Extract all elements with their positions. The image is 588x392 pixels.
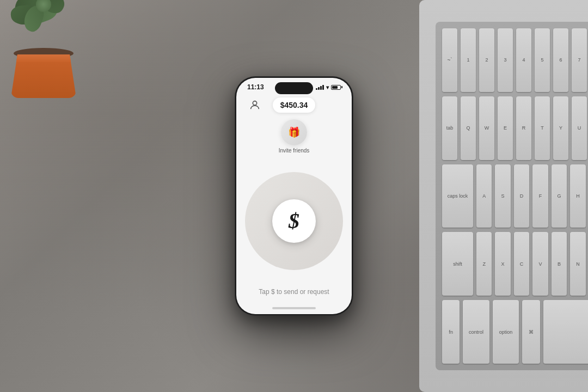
keyboard-row: tab Q W E R T Y U I O P [ ]: [442, 96, 588, 160]
key-shift: shift: [442, 232, 473, 296]
invite-label: Invite friends: [279, 148, 310, 154]
key: H: [570, 164, 585, 228]
keyboard-row: ~` 1 2 3 4 5 6 7 8 9 0 - =: [442, 28, 588, 92]
key: E: [498, 96, 513, 160]
home-indicator: [236, 304, 352, 314]
key: G: [552, 164, 567, 228]
key: X: [495, 232, 510, 296]
key: U: [572, 96, 587, 160]
key: C: [514, 232, 529, 296]
key-fn: fn: [442, 300, 460, 364]
key: Q: [461, 96, 476, 160]
key: 7: [572, 28, 587, 92]
key: 3: [498, 28, 513, 92]
key: 6: [553, 28, 568, 92]
key: 2: [479, 28, 494, 92]
dollar-sign-icon: $: [289, 208, 299, 234]
key: B: [552, 232, 567, 296]
balance-display: $450.34: [273, 97, 316, 113]
key: V: [532, 232, 548, 296]
laptop: ~` 1 2 3 4 5 6 7 8 9 0 - = tab Q W E R: [408, 0, 588, 392]
key: Y: [553, 96, 568, 160]
dollar-button[interactable]: $: [272, 199, 316, 243]
key: D: [514, 164, 529, 228]
signal-icon: [316, 84, 324, 90]
key: 5: [535, 28, 550, 92]
home-bar: [272, 307, 316, 309]
main-content: $: [236, 158, 352, 284]
status-icons: ▾: [316, 84, 341, 90]
battery-icon: [331, 85, 341, 90]
svg-point-0: [253, 101, 256, 105]
invite-icon: 🎁: [288, 126, 300, 138]
phone-notch: [275, 82, 313, 94]
key: T: [535, 96, 550, 160]
wifi-icon: ▾: [326, 84, 329, 90]
key-capslock: caps lock: [442, 164, 473, 228]
key: W: [479, 96, 494, 160]
key: ~`: [442, 28, 457, 92]
key-cmd: ⌘: [522, 300, 540, 364]
key: 4: [516, 28, 531, 92]
key-tab: tab: [442, 96, 457, 160]
key: S: [495, 164, 510, 228]
invite-avatar: 🎁: [281, 119, 307, 145]
large-circle: $: [245, 172, 343, 270]
key-space: [543, 300, 588, 364]
key: 1: [461, 28, 476, 92]
keyboard-row: shift Z X C V B N M , . / ↑: [442, 232, 588, 296]
tap-instruction: Tap $ to send or request: [236, 284, 352, 304]
keyboard: ~` 1 2 3 4 5 6 7 8 9 0 - = tab Q W E R: [436, 22, 588, 370]
invite-section: 🎁 Invite friends: [236, 115, 352, 158]
key: Z: [476, 232, 492, 296]
user-profile-icon[interactable]: [247, 97, 262, 113]
status-time: 11:13: [247, 83, 264, 91]
phone: 11:13 ▾: [235, 76, 353, 316]
key: R: [516, 96, 531, 160]
key-option: option: [493, 300, 519, 364]
key: F: [532, 164, 548, 228]
key: A: [476, 164, 492, 228]
key: N: [570, 232, 585, 296]
plant-decoration: [0, 0, 103, 98]
keyboard-row: fn control option ⌘ ⌘ ← ↓ →: [442, 300, 588, 364]
key-control: control: [463, 300, 489, 364]
invite-friends-button[interactable]: 🎁 Invite friends: [247, 119, 341, 154]
app-header: $450.34: [236, 93, 352, 115]
keyboard-row: caps lock A S D F G H J K L ; ': [442, 164, 588, 228]
